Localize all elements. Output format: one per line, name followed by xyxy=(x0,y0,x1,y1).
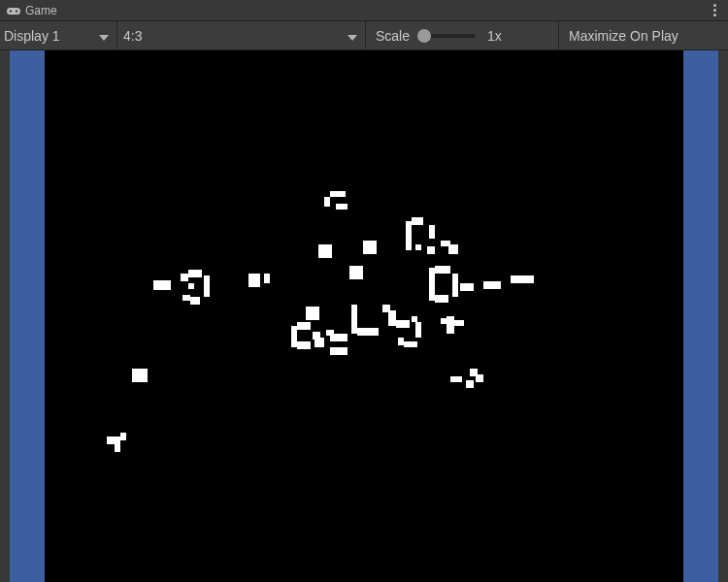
game-toolbar: Display 1 4:3 Scale 1x Maximize On Play xyxy=(0,21,728,50)
svg-rect-0 xyxy=(7,8,20,15)
pixel-cluster xyxy=(435,295,448,303)
pixel-cluster xyxy=(340,191,346,197)
pixel-cluster xyxy=(297,322,311,330)
pixel-cluster xyxy=(264,274,270,283)
game-viewport xyxy=(0,50,728,582)
pixel-cluster xyxy=(188,283,194,289)
pixel-cluster xyxy=(357,328,379,336)
pixel-cluster xyxy=(396,320,410,328)
pixel-cluster xyxy=(460,283,474,291)
pixel-cluster xyxy=(448,244,458,254)
display-dropdown[interactable]: Display 1 xyxy=(0,21,116,49)
pixel-cluster xyxy=(466,380,474,388)
pixel-cluster xyxy=(297,341,311,349)
pixel-cluster xyxy=(120,433,126,440)
pixel-cluster xyxy=(404,341,417,347)
game-tab-bar: Game xyxy=(0,0,728,21)
pixel-cluster xyxy=(336,204,347,210)
pixel-cluster xyxy=(181,274,188,281)
pixel-cluster xyxy=(415,244,421,250)
pixel-cluster xyxy=(412,217,423,225)
aspect-dropdown[interactable]: 4:3 xyxy=(117,21,365,49)
playfield xyxy=(10,50,718,582)
game-controller-icon xyxy=(6,5,21,16)
chevron-down-icon xyxy=(347,28,357,44)
chevron-down-icon xyxy=(99,28,109,44)
pixel-cluster xyxy=(248,274,260,287)
pixel-cluster xyxy=(330,347,347,355)
scale-label: Scale xyxy=(376,28,410,44)
pixel-cluster xyxy=(306,307,319,320)
pixel-cluster xyxy=(330,334,347,341)
pixel-cluster xyxy=(324,197,330,207)
pixel-cluster xyxy=(427,246,435,254)
display-dropdown-label: Display 1 xyxy=(4,28,60,44)
scale-slider-thumb[interactable] xyxy=(417,29,431,43)
pixel-cluster xyxy=(115,444,120,452)
pixel-cluster xyxy=(314,338,324,347)
pixel-cluster xyxy=(318,244,332,258)
tab-overflow-menu-icon[interactable] xyxy=(707,2,722,17)
pixel-cluster xyxy=(188,270,202,277)
pixel-cluster xyxy=(330,191,340,197)
pixel-cluster xyxy=(388,310,396,326)
svg-point-1 xyxy=(10,10,12,12)
maximize-on-play-label: Maximize On Play xyxy=(569,28,678,44)
pixel-cluster xyxy=(182,295,190,301)
scale-section: Scale 1x xyxy=(366,21,558,49)
pixel-cluster xyxy=(190,297,200,305)
pixel-cluster xyxy=(349,266,363,279)
game-canvas[interactable] xyxy=(10,50,718,582)
maximize-on-play-button[interactable]: Maximize On Play xyxy=(559,21,728,49)
pixel-cluster xyxy=(511,275,534,283)
pixel-cluster xyxy=(452,274,458,297)
svg-point-2 xyxy=(16,10,17,12)
pixel-cluster xyxy=(204,275,210,297)
pixel-cluster xyxy=(132,369,148,382)
scale-value: 1x xyxy=(487,28,502,44)
aspect-dropdown-label: 4:3 xyxy=(123,28,142,44)
game-tab[interactable]: Game xyxy=(0,0,67,20)
pixel-cluster xyxy=(450,376,462,382)
pixel-cluster xyxy=(363,241,377,254)
scale-slider[interactable] xyxy=(421,34,476,38)
pixel-cluster xyxy=(435,266,450,274)
pixel-cluster xyxy=(447,316,454,334)
pixel-cluster xyxy=(429,225,435,239)
pixel-cluster xyxy=(153,280,171,290)
pixel-cluster xyxy=(107,436,120,444)
pixel-cluster xyxy=(483,281,501,289)
game-tab-label: Game xyxy=(25,4,57,17)
pixel-cluster xyxy=(476,374,483,382)
pixel-cluster xyxy=(406,221,412,250)
pixel-cluster xyxy=(415,322,421,338)
pixel-cluster xyxy=(454,320,464,326)
